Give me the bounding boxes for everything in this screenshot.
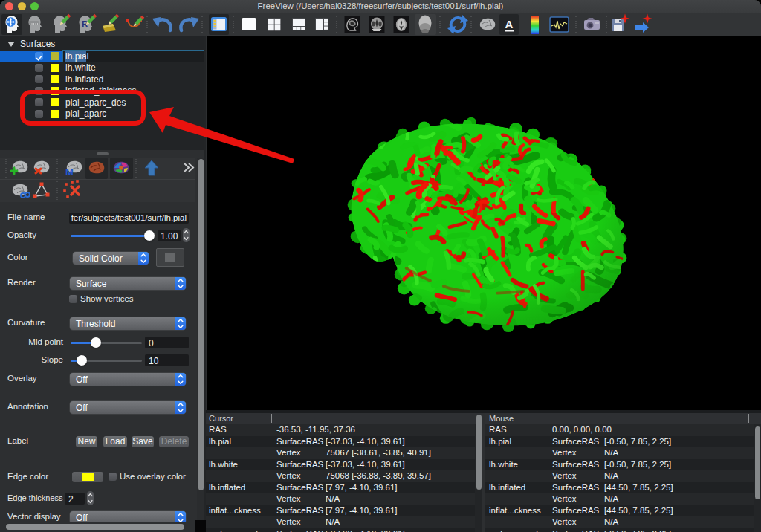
svg-text:M: M	[65, 166, 74, 178]
svg-text:A: A	[505, 18, 514, 30]
svg-text:R: R	[82, 19, 88, 30]
